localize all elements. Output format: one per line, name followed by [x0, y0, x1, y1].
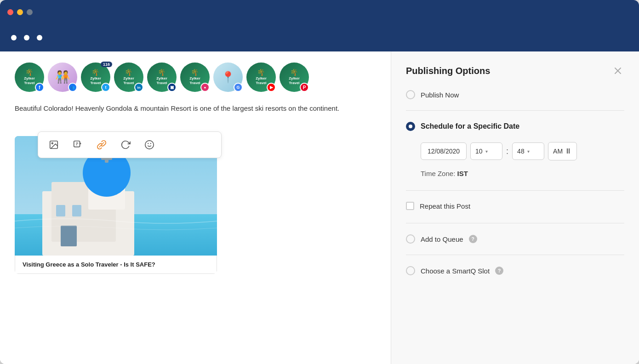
divider-3 — [406, 223, 624, 223]
schedule-radio[interactable] — [406, 122, 415, 131]
time-separator: : — [506, 147, 508, 156]
schedule-date-time-row: 12/08/2020 10 ▾ : 48 ▾ AM ⏸ — [421, 142, 624, 160]
post-link-title: Visiting Greece as a Solo Traveler - Is … — [23, 261, 209, 268]
fb-badge-icon: f — [35, 83, 44, 92]
post-link-preview: Visiting Greece as a Solo Traveler - Is … — [15, 256, 217, 274]
avatar-instagram[interactable]: 🌴 ZylkerTravel ● — [180, 63, 210, 92]
instagram-badge-icon: ● — [200, 83, 210, 92]
nav-dot-2 — [24, 35, 29, 40]
svg-rect-16 — [72, 205, 81, 216]
minimize-dot[interactable] — [17, 9, 23, 15]
avatar-twitter[interactable]: 🌴 ZylkerTravel 116 t — [81, 63, 110, 92]
avatar-linkedin[interactable]: 🌴 ZylkerTravel in — [114, 63, 143, 92]
divider-2 — [406, 190, 624, 191]
avatar-group[interactable]: 🧑‍🤝‍🧑 👥 — [48, 63, 77, 92]
minute-value: 48 — [517, 148, 525, 155]
youtube-badge-icon: ▶ — [267, 83, 276, 92]
pinterest-badge-icon: P — [300, 83, 309, 92]
app-window: 🌴 ZylkerTravel f 🧑‍🤝‍🧑 👥 — [0, 0, 639, 364]
panel-header: Publishing Options — [406, 64, 624, 77]
panel-title: Publishing Options — [406, 66, 490, 76]
repeat-checkbox[interactable] — [406, 202, 414, 210]
minute-select[interactable]: 48 ▾ — [512, 142, 544, 160]
svg-point-1 — [51, 142, 53, 144]
publish-now-radio[interactable] — [406, 90, 415, 99]
post-caption: Beautiful Colorado! Heavenly Gondola & m… — [15, 103, 376, 114]
repeat-label: Repeat this Post — [420, 202, 470, 210]
divider-1 — [406, 110, 624, 111]
hour-chevron: ▾ — [485, 149, 488, 154]
emoji-toolbar-icon[interactable] — [143, 138, 156, 151]
avatars-row: 🌴 ZylkerTravel f 🧑‍🤝‍🧑 👥 — [15, 63, 376, 92]
maximize-dot[interactable] — [27, 9, 33, 15]
smartq-option[interactable]: Choose a SmartQ Slot ? — [406, 266, 624, 275]
nav-dot-3 — [37, 35, 42, 40]
smartq-help-icon[interactable]: ? — [495, 267, 503, 275]
smartq-label: Choose a SmartQ Slot — [421, 267, 490, 275]
timezone-value: IST — [457, 170, 468, 177]
compose-toolbar-icon[interactable] — [71, 138, 84, 151]
ampm-value: AM — [553, 148, 563, 155]
timezone-row: Time Zone: IST — [421, 170, 624, 177]
link-toolbar-icon[interactable] — [95, 138, 108, 151]
schedule-option[interactable]: Schedule for a Specific Date — [406, 122, 624, 131]
divider-4 — [406, 255, 624, 255]
add-to-queue-option[interactable]: Add to Queue ? — [406, 234, 624, 244]
refresh-toolbar-icon[interactable] — [119, 138, 132, 151]
queue-label: Add to Queue — [421, 235, 463, 243]
avatar-google-location[interactable]: 📍 G — [213, 63, 243, 92]
twitter-badge-icon: t — [101, 83, 110, 92]
left-panel: 🌴 ZylkerTravel f 🧑‍🤝‍🧑 👥 — [0, 51, 391, 364]
editor-toolbar — [38, 131, 222, 158]
hotel-badge-icon: ▣ — [167, 83, 177, 92]
close-dot[interactable] — [7, 9, 13, 15]
avatar-youtube[interactable]: 🌴 ZylkerTravel ▶ — [246, 63, 276, 92]
avatar-pinterest[interactable]: 🌴 ZylkerTravel P — [280, 63, 309, 92]
publish-now-label: Publish Now — [421, 91, 459, 99]
minute-chevron: ▾ — [527, 149, 530, 154]
svg-line-3 — [99, 142, 104, 148]
repeat-post-option[interactable]: Repeat this Post — [406, 202, 624, 210]
right-panel: Publishing Options Publish Now Schedule … — [391, 51, 639, 364]
publish-now-option[interactable]: Publish Now — [406, 90, 624, 99]
nav-dot-1 — [11, 35, 17, 40]
svg-point-4 — [145, 141, 154, 149]
linkedin-badge-icon: in — [134, 83, 143, 92]
main-content: 🌴 ZylkerTravel f 🧑‍🤝‍🧑 👥 — [0, 51, 639, 364]
hour-value: 10 — [475, 148, 483, 155]
svg-rect-17 — [61, 226, 77, 246]
queue-help-icon[interactable]: ? — [469, 235, 477, 243]
ampm-toggle[interactable]: AM ⏸ — [548, 142, 577, 160]
avatar-hotel[interactable]: 🌴 ZylkerTravel ▣ — [147, 63, 177, 92]
close-button[interactable] — [611, 64, 624, 77]
svg-rect-15 — [56, 205, 65, 216]
pause-icon: ⏸ — [565, 147, 572, 155]
image-toolbar-icon[interactable] — [47, 138, 60, 151]
date-input[interactable]: 12/08/2020 — [421, 142, 467, 160]
google-badge-icon: G — [234, 83, 243, 92]
svg-rect-2 — [74, 141, 80, 147]
hour-select[interactable]: 10 ▾ — [470, 142, 502, 160]
twitter-count-badge: 116 — [101, 62, 112, 67]
group-badge-icon: 👥 — [68, 83, 77, 92]
avatar-facebook[interactable]: 🌴 ZylkerTravel f — [15, 63, 44, 92]
smartq-radio[interactable] — [406, 266, 415, 275]
timezone-prefix: Time Zone: — [421, 170, 457, 177]
editor-area: Visiting Greece as a Solo Traveler - Is … — [15, 136, 376, 274]
schedule-label: Schedule for a Specific Date — [421, 122, 519, 131]
queue-radio[interactable] — [406, 234, 415, 244]
navbar — [0, 24, 639, 51]
titlebar — [0, 0, 639, 24]
window-controls — [7, 9, 33, 15]
